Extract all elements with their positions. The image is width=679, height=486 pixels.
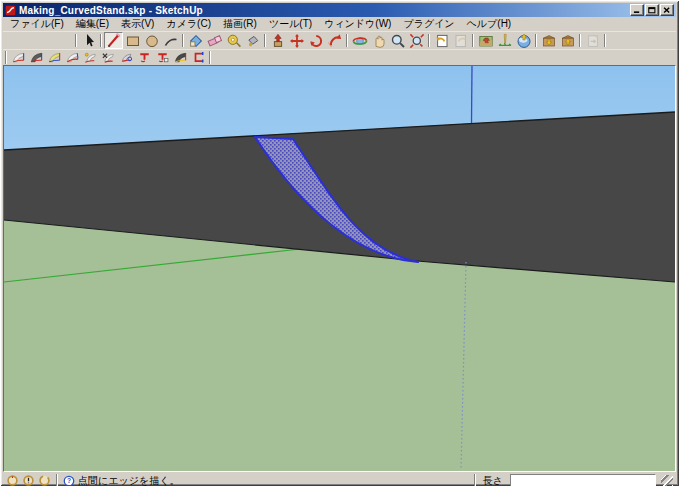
plugin-tool-6-icon (101, 50, 116, 65)
next-view-icon (453, 33, 469, 49)
plugin-tool-1-icon (11, 50, 26, 65)
offset-tool-button[interactable] (325, 32, 344, 49)
circle-tool-icon (144, 33, 160, 49)
line-tool-icon (106, 33, 122, 49)
plugin-tool-2-button[interactable] (27, 50, 45, 65)
plugin-tool-2-icon (29, 50, 44, 65)
arc-tool-button[interactable] (161, 32, 180, 49)
eraser-tool-icon (207, 33, 223, 49)
menu-bar: ファイル(F)編集(E)表示(V)カメラ(C)描画(R)ツール(T)ウィンドウ(… (3, 17, 676, 31)
toolbar-separator (5, 51, 7, 64)
zoom-tool-button[interactable] (388, 32, 407, 49)
status-hint: 点間にエッジを描く。 (78, 474, 469, 486)
toolbar-separator (346, 34, 348, 47)
push-pull-tool-icon (270, 33, 286, 49)
toolbar-separator (75, 34, 77, 47)
share-model-button[interactable] (558, 32, 577, 49)
move-tool-icon (289, 33, 305, 49)
blue-axis (472, 66, 473, 123)
pan-tool-icon (371, 33, 387, 49)
menu-help[interactable]: ヘルプ(H) (461, 16, 518, 32)
offset-tool-icon (327, 33, 343, 49)
close-button[interactable] (660, 4, 674, 16)
sketchup-window: Making_CurvedStand.skp - SketchUp ファイル(F… (0, 0, 679, 486)
menu-window[interactable]: ウィンドウ(W) (318, 16, 397, 32)
move-tool-button[interactable] (287, 32, 306, 49)
status-separator (56, 474, 58, 486)
menu-edit[interactable]: 編集(E) (70, 16, 115, 32)
viewport[interactable] (3, 65, 676, 472)
menu-draw[interactable]: 描画(R) (217, 16, 263, 32)
menu-tools[interactable]: ツール(T) (263, 16, 318, 32)
line-tool-button[interactable] (104, 32, 123, 49)
previous-view-button[interactable] (432, 32, 451, 49)
select-tool-button[interactable] (79, 32, 98, 49)
zoom-tool-icon (390, 33, 406, 49)
orbit-tool-button[interactable] (350, 32, 369, 49)
status-circle-3-icon (38, 474, 51, 486)
plugin-tool-1-button[interactable] (9, 50, 27, 65)
plugin-tool-3-button[interactable] (45, 50, 63, 65)
plugin-tool-4-button[interactable] (63, 50, 81, 65)
menu-file[interactable]: ファイル(F) (4, 16, 70, 32)
status-circle-3[interactable] (38, 474, 51, 486)
pan-tool-button[interactable] (369, 32, 388, 49)
help-icon[interactable]: ? (63, 475, 75, 486)
rectangle-tool-button[interactable] (123, 32, 142, 49)
place-model-icon (516, 33, 532, 49)
tape-measure-button[interactable] (224, 32, 243, 49)
plugin-tool-10-button[interactable] (171, 50, 189, 65)
next-view-button[interactable] (451, 32, 470, 49)
plugin-tool-11-icon (191, 50, 206, 65)
plugin-tool-10-icon (173, 50, 188, 65)
status-circle-2[interactable] (22, 474, 35, 486)
measure-label: 長さ (483, 474, 503, 486)
maximize-button[interactable] (645, 4, 659, 16)
menu-camera[interactable]: カメラ(C) (160, 16, 217, 32)
plugin-tool-9-button[interactable] (153, 50, 171, 65)
status-circle-2-icon (22, 474, 35, 486)
app-icon (5, 5, 16, 16)
plugin-tool-9-icon (155, 50, 170, 65)
get-current-view-button[interactable] (476, 32, 495, 49)
menu-view[interactable]: 表示(V) (115, 16, 160, 32)
measurement-input[interactable] (510, 474, 656, 486)
plugin-tool-6-button[interactable] (99, 50, 117, 65)
push-pull-tool-button[interactable] (268, 32, 287, 49)
rotate-tool-button[interactable] (306, 32, 325, 49)
place-model-button[interactable] (514, 32, 533, 49)
paint-bucket-icon (245, 33, 261, 49)
eraser-tool-button[interactable] (205, 32, 224, 49)
share-component-button[interactable] (583, 32, 602, 49)
plugin-tool-5-button[interactable] (81, 50, 99, 65)
main-toolbar (3, 31, 676, 49)
minimize-icon (633, 7, 641, 14)
toolbar-separator (604, 34, 606, 47)
circle-tool-button[interactable] (142, 32, 161, 49)
status-circle-1-icon (6, 474, 19, 486)
paint-bucket-button[interactable] (243, 32, 262, 49)
get-models-button[interactable] (539, 32, 558, 49)
svg-text:?: ? (67, 477, 71, 484)
plugin-tool-3-icon (47, 50, 62, 65)
toolbar-separator (100, 34, 102, 47)
zoom-extents-button[interactable] (407, 32, 426, 49)
orbit-tool-icon (352, 33, 368, 49)
menu-plugins[interactable]: プラグイン (397, 16, 460, 32)
plugin-tool-11-button[interactable] (189, 50, 207, 65)
drawing-canvas[interactable] (4, 66, 675, 471)
select-tool-icon (81, 33, 97, 49)
minimize-button[interactable] (630, 4, 644, 16)
toolbar-separator (579, 34, 581, 47)
toggle-terrain-button[interactable] (495, 32, 514, 49)
toolbar-separator (182, 34, 184, 47)
status-circle-1[interactable] (6, 474, 19, 486)
toolbar-separator (209, 51, 211, 64)
title-bar[interactable]: Making_CurvedStand.skp - SketchUp (3, 3, 676, 17)
toolbar-separator (535, 34, 537, 47)
make-component-button[interactable] (186, 32, 205, 49)
resize-grip[interactable] (661, 475, 673, 486)
plugin-tool-8-button[interactable] (135, 50, 153, 65)
plugin-tool-7-button[interactable] (117, 50, 135, 65)
plugin-toolbar (3, 49, 676, 65)
